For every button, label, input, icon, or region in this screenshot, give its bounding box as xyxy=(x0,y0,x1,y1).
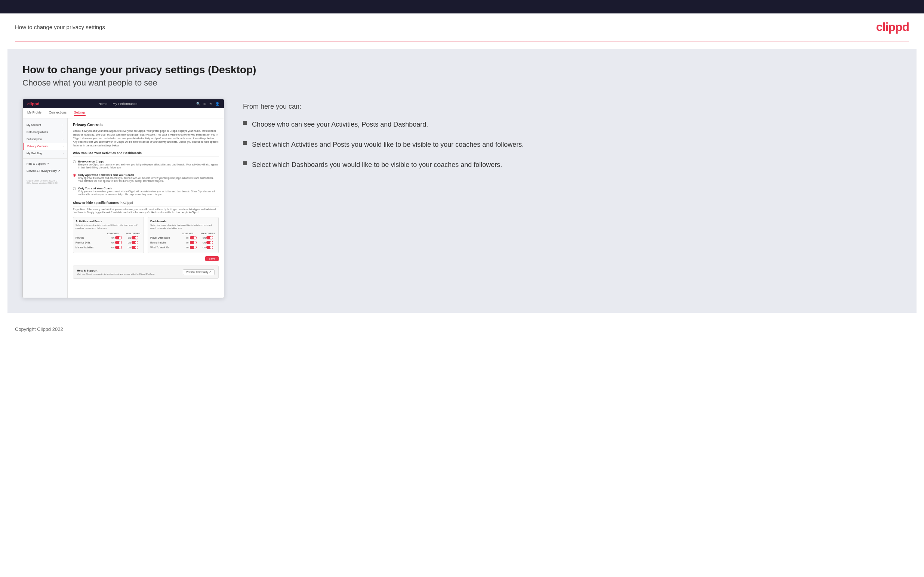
followers-col-label: FOLLOWERS xyxy=(125,232,141,235)
mockup-section-desc: Control how you and your data appears to… xyxy=(73,129,219,148)
manual-coaches-on-label: ON xyxy=(111,247,115,249)
mockup-nav-icons: 🔍 ⊞ ☀ 👤 xyxy=(196,102,220,106)
mockup-help-title: Help & Support xyxy=(77,269,155,272)
whattoworkon-followers-toggle-group: ON xyxy=(200,246,216,249)
mockup-nav-links: Home My Performance xyxy=(98,102,137,106)
player-coaches-toggle-group: ON xyxy=(183,236,200,239)
sidebar-item-privacycontrols[interactable]: Privacy Controls› xyxy=(23,143,67,150)
visit-community-button[interactable]: Visit Our Community ↗ xyxy=(183,269,215,275)
mockup-nav-home[interactable]: Home xyxy=(98,102,107,106)
info-bullet-1: Choose who can see your Activities, Post… xyxy=(243,119,901,129)
save-button[interactable]: Save xyxy=(205,256,219,261)
roundinsights-coaches-toggle[interactable] xyxy=(190,241,197,244)
dashboards-table-desc: Select the types of activity that you'd … xyxy=(150,224,216,230)
manual-followers-toggle-group: ON xyxy=(125,246,141,249)
mockup-navbar: clippd Home My Performance 🔍 ⊞ ☀ 👤 xyxy=(23,99,224,108)
mockup-subnav-connections[interactable]: Connections xyxy=(49,111,66,116)
mockup-nav-performance[interactable]: My Performance xyxy=(113,102,137,106)
bullet-icon-1 xyxy=(243,121,247,125)
dash-row-whattoworkon: What To Work On ON ON xyxy=(150,246,216,249)
content-layout: clippd Home My Performance 🔍 ⊞ ☀ 👤 My Pr… xyxy=(23,99,901,298)
manual-followers-toggle[interactable] xyxy=(132,246,138,249)
activities-table-title: Activities and Posts xyxy=(76,219,141,223)
search-icon[interactable]: 🔍 xyxy=(196,102,200,106)
header-divider xyxy=(15,41,909,42)
mockup-showhide-title: Show or hide specific features in Clippd xyxy=(73,201,219,206)
drills-coaches-on-label: ON xyxy=(111,242,115,244)
radio-option-followers[interactable]: Only Approved Followers and Your Coach O… xyxy=(73,173,219,183)
radio-followers[interactable] xyxy=(73,174,76,177)
logo: clippd xyxy=(876,20,909,34)
drills-coaches-toggle-group: ON xyxy=(108,241,125,244)
mockup-sidebar: My Account› Data Integrations› Subscript… xyxy=(23,118,68,298)
sidebar-item-serviceprivacy[interactable]: Service & Privacy Policy ↗ xyxy=(23,167,67,174)
player-followers-toggle[interactable] xyxy=(206,236,213,239)
rounds-coaches-toggle[interactable] xyxy=(115,236,122,239)
mockup-body: My Account› Data Integrations› Subscript… xyxy=(23,118,224,298)
whattoworkon-coaches-on-label: ON xyxy=(186,247,189,249)
radio-onlyyou-label: Only You and Your Coach xyxy=(78,187,219,190)
roundinsights-coaches-on-label: ON xyxy=(186,242,189,244)
sidebar-divider xyxy=(23,158,67,159)
roundinsights-label: Round Insights xyxy=(150,241,183,244)
sidebar-item-mygolfbag[interactable]: My Golf Bag› xyxy=(23,150,67,157)
dashboards-table-header: COACHES FOLLOWERS xyxy=(150,232,216,235)
page-heading: How to change your privacy settings (Des… xyxy=(23,64,901,76)
radio-followers-label: Only Approved Followers and Your Coach xyxy=(78,173,219,177)
mockup-subnav-settings[interactable]: Settings xyxy=(74,111,86,116)
whattoworkon-followers-on-label: ON xyxy=(203,247,205,249)
manual-coaches-toggle-group: ON xyxy=(108,246,125,249)
coaches-col-label: COACHES xyxy=(105,232,121,235)
radio-option-onlyyou[interactable]: Only You and Your Coach Only you and the… xyxy=(73,187,219,197)
dash-row-roundinsights: Round Insights ON ON xyxy=(150,241,216,244)
dashboards-table: Dashboards Select the types of activity … xyxy=(148,217,219,253)
whattoworkon-coaches-toggle[interactable] xyxy=(190,246,197,249)
radio-option-everyone[interactable]: Everyone on Clippd Everyone on Clippd ca… xyxy=(73,160,219,169)
drills-followers-toggle[interactable] xyxy=(132,241,138,244)
settings-icon[interactable]: ☀ xyxy=(209,102,212,106)
sidebar-item-helpsupport[interactable]: Help & Support ↗ xyxy=(23,160,67,167)
mockup-subnav-myprofile[interactable]: My Profile xyxy=(27,111,42,116)
user-icon[interactable]: 👤 xyxy=(215,102,220,106)
rounds-followers-toggle-group: ON xyxy=(125,236,141,239)
mockup-help-desc: Visit our Clippd community to troublesho… xyxy=(77,273,155,275)
rounds-coaches-on-label: ON xyxy=(111,237,115,239)
radio-everyone[interactable] xyxy=(73,160,76,163)
bullet-icon-2 xyxy=(243,141,247,145)
bullet-text-2: Select which Activities and Posts you wo… xyxy=(252,140,524,149)
info-bullet-3: Select which Dashboards you would like t… xyxy=(243,160,901,169)
player-followers-on-label: ON xyxy=(203,237,205,239)
sidebar-item-myaccount[interactable]: My Account› xyxy=(23,121,67,129)
mockup-subnav: My Profile Connections Settings xyxy=(23,108,224,118)
activities-table: Activities and Posts Select the types of… xyxy=(73,217,144,253)
player-coaches-toggle[interactable] xyxy=(190,236,197,239)
whattoworkon-label: What To Work On xyxy=(150,246,183,249)
mockup-help-text: Help & Support Visit our Clippd communit… xyxy=(77,269,155,275)
manual-label: Manual Activities xyxy=(76,246,108,249)
sidebar-item-subscription[interactable]: Subscription› xyxy=(23,135,67,143)
roundinsights-followers-toggle[interactable] xyxy=(206,241,213,244)
mockup-who-title: Who Can See Your Activities and Dashboar… xyxy=(73,151,219,157)
dash-followers-col-label: FOLLOWERS xyxy=(200,232,216,235)
roundinsights-coaches-toggle-group: ON xyxy=(183,241,200,244)
roundinsights-followers-toggle-group: ON xyxy=(200,241,216,244)
drills-coaches-toggle[interactable] xyxy=(115,241,122,244)
rounds-label: Rounds xyxy=(76,236,108,239)
bullet-text-1: Choose who can see your Activities, Post… xyxy=(252,119,428,129)
player-dashboard-label: Player Dashboard xyxy=(150,236,183,239)
drills-label: Practice Drills xyxy=(76,241,108,244)
rounds-followers-toggle[interactable] xyxy=(132,236,138,239)
footer: Copyright Clippd 2022 xyxy=(0,321,924,338)
whattoworkon-followers-toggle[interactable] xyxy=(206,246,213,249)
sidebar-version: Clippd Client Version: 2022.8.2SQL Serve… xyxy=(23,177,67,186)
grid-icon[interactable]: ⊞ xyxy=(204,102,206,106)
activities-table-desc: Select the types of activity that you'd … xyxy=(76,224,141,230)
mockup-main-panel: Privacy Controls Control how you and you… xyxy=(68,118,224,298)
top-bar xyxy=(0,0,924,13)
player-followers-toggle-group: ON xyxy=(200,236,216,239)
radio-onlyyou[interactable] xyxy=(73,187,76,190)
sidebar-item-dataintegrations[interactable]: Data Integrations› xyxy=(23,129,67,135)
main-content: How to change your privacy settings (Des… xyxy=(8,49,916,313)
dash-coaches-col-label: COACHES xyxy=(179,232,196,235)
manual-coaches-toggle[interactable] xyxy=(115,246,122,249)
